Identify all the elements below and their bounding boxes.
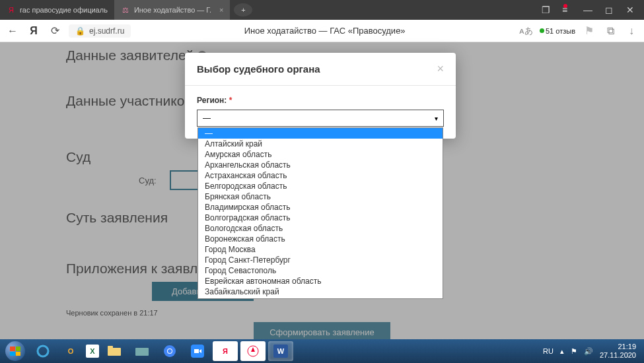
- download-icon[interactable]: ↓: [624, 24, 639, 38]
- scales-icon: ⚖: [121, 5, 130, 15]
- court-select-modal: Выбор судебного органа × Регион: * — ▾ —…: [185, 53, 456, 139]
- region-dropdown[interactable]: —Алтайский крайАмурская областьАрхангель…: [197, 127, 443, 299]
- start-button[interactable]: [3, 339, 28, 363]
- files-icon[interactable]: [129, 341, 155, 361]
- region-label: Регион: *: [197, 96, 232, 105]
- region-option[interactable]: Амурская область: [198, 149, 443, 160]
- tab-app[interactable]: ⚖ Иное ходатайство — Г. ×: [114, 0, 231, 20]
- region-option[interactable]: Ивановская область: [198, 297, 443, 299]
- system-tray: RU ▴ ⚑ 🔊 21:19 27.11.2020: [543, 343, 641, 360]
- url-text: ej.sudrf.ru: [89, 26, 124, 36]
- explorer-icon[interactable]: [102, 341, 127, 361]
- translate-icon[interactable]: ᴀあ: [519, 24, 533, 38]
- yandex-browser-icon[interactable]: [240, 341, 266, 361]
- back-icon[interactable]: ←: [5, 24, 20, 38]
- new-tab-button[interactable]: +: [234, 3, 252, 16]
- region-option[interactable]: Алтайский край: [198, 139, 443, 149]
- tray-up-icon[interactable]: ▴: [560, 347, 564, 356]
- tab-label: гас правосудие официаль: [20, 6, 108, 14]
- region-select[interactable]: — ▾ —Алтайский крайАмурская областьАрхан…: [197, 110, 444, 127]
- tray-lang[interactable]: RU: [543, 347, 554, 355]
- outlook-icon[interactable]: O: [58, 341, 83, 361]
- tray-flag-icon[interactable]: ⚑: [571, 347, 577, 356]
- region-option[interactable]: Забайкальский край: [198, 286, 443, 297]
- tray-volume-icon[interactable]: 🔊: [584, 347, 593, 356]
- chevron-down-icon: ▾: [435, 115, 438, 122]
- region-option[interactable]: Архангельская область: [198, 160, 443, 170]
- svg-rect-1: [108, 348, 121, 356]
- region-option[interactable]: Воронежская область: [198, 234, 443, 244]
- region-selected-value: —: [203, 114, 211, 123]
- svg-rect-3: [135, 348, 149, 356]
- region-option[interactable]: Еврейская автономная область: [198, 276, 443, 286]
- yandex-home-icon[interactable]: Я: [26, 24, 41, 38]
- region-option[interactable]: Волгоградская область: [198, 213, 443, 223]
- region-option[interactable]: Белгородская область: [198, 181, 443, 191]
- svg-point-0: [38, 346, 48, 356]
- reload-icon[interactable]: ⟳: [48, 24, 62, 38]
- region-option[interactable]: Вологодская область: [198, 223, 443, 234]
- lock-icon: 🔒: [75, 26, 85, 36]
- panel-icon[interactable]: ❐: [540, 4, 552, 16]
- nav-bar: ← Я ⟳ 🔒 ej.sudrf.ru Иное ходатайство — Г…: [0, 20, 644, 42]
- modal-close-icon[interactable]: ×: [437, 62, 444, 76]
- ie-icon[interactable]: [30, 341, 55, 361]
- menu-icon[interactable]: ≡: [561, 4, 573, 16]
- region-option[interactable]: Город Севастополь: [198, 265, 443, 276]
- yandex-favicon: Я: [7, 5, 16, 15]
- region-option[interactable]: Город Санкт-Петербург: [198, 255, 443, 265]
- minimize-icon[interactable]: —: [582, 4, 594, 16]
- svg-text:W: W: [277, 347, 285, 355]
- svg-point-6: [168, 349, 172, 353]
- reviews-badge[interactable]: 51 отзыв: [540, 27, 575, 35]
- zoom-icon[interactable]: [185, 341, 210, 361]
- region-option[interactable]: Брянская область: [198, 191, 443, 202]
- close-tab-icon[interactable]: ×: [219, 6, 223, 14]
- page-title: Иное ходатайство — ГАС «Правосудие»: [137, 26, 512, 36]
- yandex-disk-icon[interactable]: Я: [213, 341, 238, 361]
- region-option[interactable]: —: [198, 128, 443, 139]
- region-option[interactable]: Астраханская область: [198, 170, 443, 181]
- modal-title: Выбор судебного органа: [197, 63, 320, 75]
- tab-search[interactable]: Я гас правосудие официаль: [0, 0, 114, 20]
- close-icon[interactable]: ✕: [624, 4, 636, 16]
- svg-rect-2: [108, 346, 113, 348]
- tab-label: Иное ходатайство — Г.: [134, 6, 211, 14]
- excel-icon[interactable]: X: [86, 345, 99, 358]
- browser-tab-strip: Я гас правосудие официаль ⚖ Иное ходатай…: [0, 0, 644, 20]
- region-option[interactable]: Город Москва: [198, 244, 443, 255]
- word-icon[interactable]: W: [268, 341, 293, 361]
- tray-clock[interactable]: 21:19 27.11.2020: [600, 343, 636, 360]
- region-option[interactable]: Владимирская область: [198, 202, 443, 213]
- taskbar: O X Я W RU ▴ ⚑ 🔊 21:19 27.11.2020: [0, 339, 644, 363]
- bookmark-icon[interactable]: ⚑: [582, 24, 596, 38]
- chrome-icon[interactable]: [157, 341, 182, 361]
- url-bar[interactable]: 🔒 ej.sudrf.ru: [69, 24, 131, 38]
- extensions-icon[interactable]: ⧉: [603, 24, 618, 38]
- maximize-icon[interactable]: ◻: [603, 4, 615, 16]
